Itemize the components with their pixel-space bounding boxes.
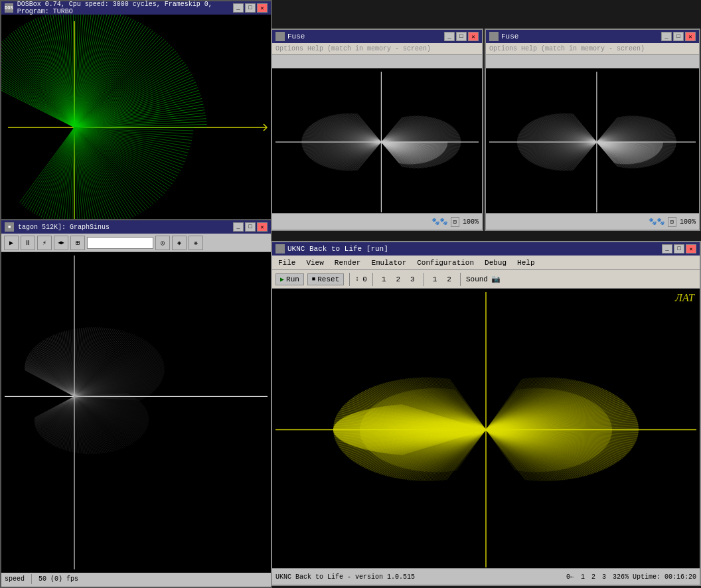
uknc-status-text: UKNC Back to Life - version 1.0.515 <box>275 573 415 581</box>
menu-help[interactable]: Help <box>514 257 537 268</box>
status-num1: 1 <box>581 573 585 581</box>
fuse1-statusbar: 🐾🐾 ⊡ 100% <box>272 213 482 230</box>
fuse2-menubar: Options Help (match in memory - screen) <box>486 43 699 55</box>
fuse2-controls: _ □ ✕ <box>661 32 696 41</box>
fuse2-maximize[interactable]: □ <box>673 32 684 41</box>
fuse1-content <box>272 68 482 213</box>
toolbar-num5[interactable]: 2 <box>443 274 455 285</box>
toolbar-sep-4 <box>460 273 461 286</box>
uknc-maximize[interactable]: □ <box>674 244 684 254</box>
toolbar-num2[interactable]: 2 <box>393 274 404 285</box>
toolbar-pause[interactable]: ⏸ <box>21 236 35 250</box>
fuse2-content <box>486 68 699 213</box>
fuse2-minimize[interactable]: _ <box>661 32 672 41</box>
uknc-icon <box>275 244 285 254</box>
graphsinus-maximize[interactable]: □ <box>245 222 256 232</box>
fuse-window-1: Fuse _ □ ✕ Options Help (match in memory… <box>271 29 483 231</box>
toolbar-grid[interactable]: ⊞ <box>70 236 85 250</box>
toolbar-color3[interactable]: ❋ <box>189 236 203 250</box>
fuse-icon-2 <box>489 32 499 41</box>
uknc-statusbar: UKNC Back to Life - version 1.0.515 0← 1… <box>272 568 700 585</box>
dosbox-titlebar: DOS DOSBox 0.74, Cpu speed: 3000 cycles,… <box>1 1 271 15</box>
dosbox-maximize[interactable]: □ <box>245 3 256 13</box>
toolbar-sep-1 <box>349 273 350 286</box>
stop-icon: ■ <box>312 276 315 283</box>
fuse2-zoom: 100% <box>680 218 696 226</box>
toolbar-lightning[interactable]: ⚡ <box>37 236 52 250</box>
status-num3: 3 <box>602 573 606 581</box>
dosbox-minimize[interactable]: _ <box>233 3 244 13</box>
fuse-titlebar-1: Fuse _ □ ✕ <box>272 30 482 43</box>
uknc-content: ЛАТ <box>272 289 700 568</box>
uknc-minimize[interactable]: _ <box>662 244 672 254</box>
menu-debug[interactable]: Debug <box>482 257 509 268</box>
speed-icon: ↕ <box>355 275 359 283</box>
camera-icon[interactable]: 📷 <box>491 275 501 283</box>
fuse1-menubar: Options Help (match in memory - screen) <box>272 43 482 55</box>
reset-label: Reset <box>317 275 339 283</box>
toolbar-color1[interactable]: ◎ <box>155 236 170 250</box>
fuse1-maximize[interactable]: □ <box>456 32 467 41</box>
fuse2-menu-text: Options Help (match in memory - screen) <box>489 45 645 52</box>
toolbar-sep-2 <box>372 273 373 286</box>
dosbox-canvas <box>1 15 271 241</box>
status-speed-value: 50 (0) fps <box>39 575 78 583</box>
uknc-titlebar: UKNC Back to Life [run] _ □ ✕ <box>272 242 700 256</box>
dosbox-content <box>1 15 271 241</box>
uknc-toolbar: ▶ Run ■ Reset ↕ 0 1 2 3 1 2 Sound 📷 <box>272 270 700 289</box>
menu-emulator[interactable]: Emulator <box>368 257 409 268</box>
toolbar-num1[interactable]: 1 <box>378 274 390 285</box>
dosbox-icon: DOS <box>5 3 13 13</box>
fuse1-close[interactable]: ✕ <box>468 32 479 41</box>
graphsinus-icon: ■ <box>5 222 14 232</box>
graphsinus-toolbar: ▶ ⏸ ⚡ ◀▶ ⊞ ◎ ◈ ❋ <box>1 234 271 252</box>
uknc-menubar: File View Render Emulator Configuration … <box>272 256 700 270</box>
reset-button[interactable]: ■ Reset <box>307 273 344 285</box>
status-separator <box>31 574 32 584</box>
sound-label: Sound <box>466 275 488 283</box>
graphsinus-close[interactable]: ✕ <box>257 222 268 232</box>
graphsinus-titlebar: ■ tagon 512K]: GraphSinus _ □ ✕ <box>1 220 271 234</box>
fuse-window-2: Fuse _ □ ✕ Options Help (match in memory… <box>485 29 700 231</box>
toolbar-num3[interactable]: 3 <box>407 274 418 285</box>
status-speed-label: speed <box>5 575 25 583</box>
toolbar-num4[interactable]: 1 <box>429 274 441 285</box>
fuse2-close[interactable]: ✕ <box>685 32 696 41</box>
dosbox-close[interactable]: ✕ <box>257 3 268 13</box>
graphsinus-controls: _ □ ✕ <box>233 222 268 232</box>
dosbox-window: DOS DOSBox 0.74, Cpu speed: 3000 cycles,… <box>0 0 272 242</box>
uknc-close[interactable]: ✕ <box>686 244 696 254</box>
run-button[interactable]: ▶ Run <box>275 273 304 285</box>
play-icon: ▶ <box>280 275 284 283</box>
graphsinus-input[interactable] <box>87 237 153 249</box>
uptime-text: 326% Uptime: 00:16:20 <box>613 573 696 581</box>
toolbar-play[interactable]: ▶ <box>4 236 19 250</box>
dosbox-controls: _ □ ✕ <box>233 3 268 13</box>
toolbar-step[interactable]: ◀▶ <box>54 236 68 250</box>
uknc-title: UKNC Back to Life [run] <box>287 245 388 253</box>
fuse2-statusbar: 🐾🐾 ⊡ 100% <box>486 213 699 230</box>
status-num0: 0← <box>566 573 574 581</box>
fuse1-menu-text: Options Help (match in memory - screen) <box>275 45 431 52</box>
menu-render[interactable]: Render <box>332 257 364 268</box>
menu-view[interactable]: View <box>303 257 326 268</box>
speed-value: 0 <box>362 275 367 283</box>
uknc-window: UKNC Back to Life [run] _ □ ✕ File View … <box>271 241 701 586</box>
graphsinus-window: ■ tagon 512K]: GraphSinus _ □ ✕ ▶ ⏸ ⚡ ◀▶… <box>0 219 272 588</box>
menu-file[interactable]: File <box>275 257 298 268</box>
toolbar-color2[interactable]: ◈ <box>172 236 187 250</box>
dosbox-title: DOSBox 0.74, Cpu speed: 3000 cycles, Fra… <box>17 1 233 15</box>
fuse-icon-1 <box>275 32 285 41</box>
fuse2-canvas <box>486 68 699 216</box>
uknc-controls: _ □ ✕ <box>662 244 696 254</box>
menu-configuration[interactable]: Configuration <box>414 257 477 268</box>
fuse1-minimize[interactable]: _ <box>444 32 455 41</box>
graphsinus-title: tagon 512K]: GraphSinus <box>18 224 110 231</box>
fuse1-zoom: 100% <box>463 218 479 226</box>
run-label: Run <box>286 275 299 283</box>
fuse1-canvas <box>272 68 482 216</box>
fuse-titlebar-2: Fuse _ □ ✕ <box>486 30 699 43</box>
fuse-title-1: Fuse <box>287 33 305 40</box>
graphsinus-minimize[interactable]: _ <box>233 222 244 232</box>
graphsinus-canvas <box>1 252 271 573</box>
